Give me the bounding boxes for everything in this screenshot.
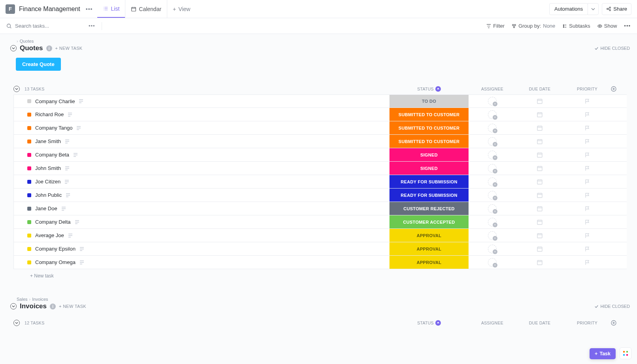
status-cell[interactable]: READY FOR SUBMISSION	[389, 175, 469, 188]
toolbar-overflow-button[interactable]: •••	[624, 23, 631, 29]
automations-caret[interactable]	[588, 3, 599, 15]
table-row[interactable]: John Public READY FOR SUBMISSION	[13, 189, 627, 202]
table-row[interactable]: John Smith SIGNED	[13, 162, 627, 175]
priority-cell[interactable]	[563, 112, 611, 117]
due-date-cell[interactable]	[516, 98, 563, 104]
status-cell[interactable]: APPROVAL	[389, 229, 469, 242]
due-date-cell[interactable]	[516, 259, 563, 266]
priority-cell[interactable]	[563, 206, 611, 211]
task-name-cell[interactable]: Joe Citizen	[35, 179, 389, 185]
breadcrumb-quotes[interactable]: › Quotes	[17, 39, 630, 43]
table-row[interactable]: Company Tango SUBMITTED TO CUSTOMER	[13, 121, 627, 135]
add-task-row[interactable]: + New task	[13, 269, 627, 283]
status-cell[interactable]: SUBMITTED TO CUSTOMER	[389, 121, 469, 134]
info-icon[interactable]: i	[46, 45, 52, 51]
assignee-cell[interactable]	[469, 218, 516, 226]
collapse-toggle[interactable]	[10, 303, 17, 309]
table-row[interactable]: Company Charlie TO DO	[13, 94, 627, 108]
priority-cell[interactable]	[563, 98, 611, 104]
assignee-cell[interactable]	[469, 137, 516, 146]
priority-cell[interactable]	[563, 179, 611, 185]
table-row[interactable]: Company Omega APPROVAL	[13, 256, 627, 269]
collapse-toggle[interactable]	[10, 45, 17, 51]
status-dot[interactable]	[27, 193, 31, 197]
status-dot[interactable]	[27, 153, 31, 157]
due-date-cell[interactable]	[516, 125, 563, 131]
status-cell[interactable]: SUBMITTED TO CUSTOMER	[389, 135, 469, 148]
table-row[interactable]: Richard Roe SUBMITTED TO CUSTOMER	[13, 108, 627, 121]
task-name-cell[interactable]: Company Omega	[35, 259, 389, 265]
task-name-cell[interactable]: Jane Smith	[35, 138, 389, 144]
share-button[interactable]: Share	[602, 3, 631, 15]
group-by-button[interactable]: Group by: None	[512, 23, 555, 29]
priority-cell[interactable]	[563, 139, 611, 144]
automations-button[interactable]: Automations	[549, 3, 588, 15]
table-row[interactable]: Jane Smith SUBMITTED TO CUSTOMER	[13, 135, 627, 148]
breadcrumb-invoices[interactable]: Sales › Invoices	[17, 297, 630, 302]
assignee-cell[interactable]	[469, 258, 516, 267]
assignee-cell[interactable]	[469, 151, 516, 159]
assignee-cell[interactable]	[469, 97, 516, 106]
status-cell[interactable]: APPROVAL	[389, 256, 469, 269]
add-column-button[interactable]	[611, 320, 627, 326]
status-cell[interactable]: CUSTOMER ACCEPTED	[389, 215, 469, 228]
table-row[interactable]: Jane Doe CUSTOMER REJECTED	[13, 202, 627, 215]
due-date-cell[interactable]	[516, 111, 563, 118]
column-header-status[interactable]: STATUS	[389, 86, 469, 92]
due-date-cell[interactable]	[516, 138, 563, 145]
due-date-cell[interactable]	[516, 232, 563, 239]
status-dot[interactable]	[27, 126, 31, 130]
tab-list[interactable]: List	[97, 0, 125, 18]
task-name-cell[interactable]: Company Delta	[35, 219, 389, 225]
assignee-cell[interactable]	[469, 110, 516, 119]
due-date-cell[interactable]	[516, 219, 563, 225]
tab-add-view[interactable]: + View	[167, 0, 196, 18]
table-row[interactable]: Company Beta SIGNED	[13, 148, 627, 162]
new-task-link[interactable]: + NEW TASK	[55, 46, 83, 51]
table-row[interactable]: Company Delta CUSTOMER ACCEPTED	[13, 215, 627, 229]
show-button[interactable]: Show	[597, 23, 617, 29]
status-dot[interactable]	[27, 247, 31, 251]
toolbar-more-button[interactable]: •••	[85, 21, 98, 30]
status-dot[interactable]	[27, 113, 31, 117]
status-cell[interactable]: CUSTOMER REJECTED	[389, 202, 469, 215]
status-dot[interactable]	[27, 260, 31, 264]
task-name-cell[interactable]: Company Epsilon	[35, 246, 389, 252]
column-header-status[interactable]: STATUS	[389, 320, 469, 326]
due-date-cell[interactable]	[516, 206, 563, 212]
priority-cell[interactable]	[563, 166, 611, 171]
priority-cell[interactable]	[563, 233, 611, 238]
assignee-cell[interactable]	[469, 124, 516, 132]
priority-cell[interactable]	[563, 219, 611, 225]
column-header-due[interactable]: DUE DATE	[516, 321, 563, 325]
column-header-priority[interactable]: PRIORITY	[563, 321, 611, 325]
task-name-cell[interactable]: John Public	[35, 192, 389, 198]
assignee-cell[interactable]	[469, 204, 516, 213]
status-cell[interactable]: SIGNED	[389, 162, 469, 175]
priority-cell[interactable]	[563, 125, 611, 131]
assignee-cell[interactable]	[469, 191, 516, 200]
priority-cell[interactable]	[563, 192, 611, 198]
priority-cell[interactable]	[563, 260, 611, 265]
table-row[interactable]: Average Joe APPROVAL	[13, 229, 627, 242]
add-column-button[interactable]	[611, 86, 627, 92]
info-icon[interactable]: i	[50, 304, 56, 309]
due-date-cell[interactable]	[516, 165, 563, 172]
status-cell[interactable]: APPROVAL	[389, 242, 469, 255]
collapse-group-toggle[interactable]	[13, 86, 20, 92]
due-date-cell[interactable]	[516, 246, 563, 252]
assignee-cell[interactable]	[469, 245, 516, 253]
task-name-cell[interactable]: John Smith	[35, 165, 389, 171]
column-header-priority[interactable]: PRIORITY	[563, 87, 611, 91]
table-row[interactable]: Joe Citizen READY FOR SUBMISSION	[13, 175, 627, 189]
task-name-cell[interactable]: Jane Doe	[35, 206, 389, 211]
column-header-assignee[interactable]: ASSIGNEE	[469, 87, 516, 91]
status-dot[interactable]	[27, 220, 31, 224]
header-more-button[interactable]: •••	[83, 6, 96, 12]
task-name-cell[interactable]: Average Joe	[35, 232, 389, 238]
create-quote-button[interactable]: Create Quote	[16, 58, 61, 71]
status-dot[interactable]	[27, 166, 31, 170]
status-cell[interactable]: TO DO	[389, 95, 469, 108]
filter-button[interactable]: Filter	[486, 23, 505, 29]
status-cell[interactable]: READY FOR SUBMISSION	[389, 189, 469, 202]
